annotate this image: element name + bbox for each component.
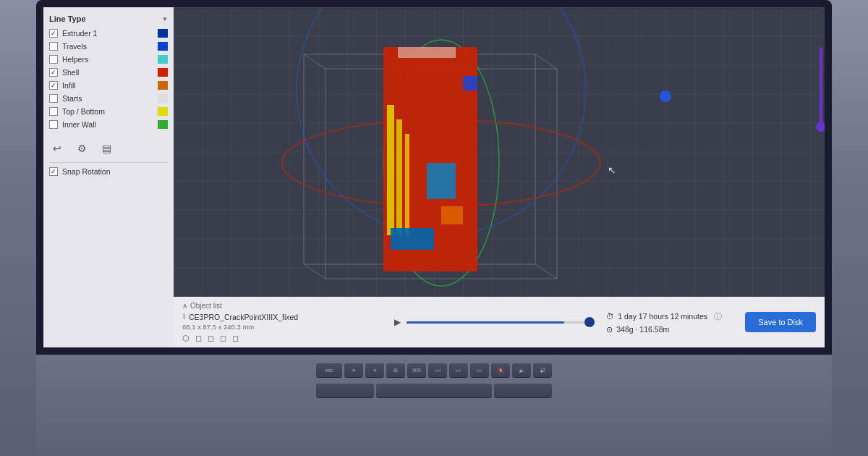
spacebar-right[interactable] (494, 384, 552, 398)
spacebar-main[interactable] (376, 384, 492, 398)
extruder1-color (158, 29, 168, 38)
bottom-bar: ∧ Object list ⌇ CE3PRO_CrackPointXIIIX_f… (174, 297, 825, 347)
info-icon: ⓘ (714, 311, 722, 322)
mute-key[interactable]: 🔇 (491, 363, 510, 378)
keyboard-area: esc ☀ ☀ ⊞ 000 ◃◃ ▹▹ ▹▹ 🔇 🔉 🔊 (36, 355, 832, 456)
topbottom-checkbox[interactable] (49, 107, 58, 116)
snap-rotation-label: Snap Rotation (62, 167, 111, 176)
list-item[interactable]: Travels (49, 42, 168, 51)
object-dims: 68.1 x 87.5 x 240.3 mm (182, 323, 380, 331)
play-button[interactable]: ▶ (394, 317, 401, 327)
extruder1-label: Extruder 1 (62, 29, 97, 38)
innerwall-label: Inner Wall (62, 120, 96, 129)
innerwall-checkbox[interactable] (49, 120, 58, 129)
viewport[interactable]: ↖ ∧ Object list ⌇ CE3 (174, 7, 825, 347)
undo-icon[interactable]: ↩ (49, 140, 65, 156)
clock-icon: ⏱ (606, 312, 614, 321)
timeline-area: ▶ (380, 317, 606, 327)
print-material: ⊙ 348g · 116.58m (606, 325, 736, 334)
svg-point-21 (816, 122, 825, 132)
infill-checkbox[interactable]: ✓ (49, 81, 58, 90)
travels-checkbox[interactable] (49, 42, 58, 51)
list-item[interactable]: Inner Wall (49, 120, 168, 129)
svg-rect-17 (398, 47, 456, 58)
object-list-label: Object list (190, 302, 222, 310)
svg-rect-15 (441, 206, 463, 224)
slider-fill (407, 321, 564, 324)
brightness-up-key[interactable]: ☀ (365, 363, 384, 378)
svg-line-5 (535, 264, 557, 279)
dropdown-arrow-icon: ▼ (162, 16, 168, 22)
svg-rect-10 (387, 105, 394, 235)
tool-icons-row: ↩ ⚙ ▤ (49, 140, 168, 156)
media-next[interactable]: ▹▹ (470, 363, 489, 378)
print-material-value: 348g · 116.58m (616, 325, 669, 334)
travels-color (158, 42, 168, 51)
print-time-value: 1 day 17 hours 12 minutes (618, 312, 707, 321)
keyboard-row-2 (36, 381, 832, 401)
print-info: ⏱ 1 day 17 hours 12 minutes ⓘ ⊙ 348g · 1… (606, 311, 736, 334)
left-panel: Line Type ▼ ✓ Extruder 1 Travels (43, 7, 174, 347)
starts-color (158, 94, 168, 103)
svg-rect-14 (391, 228, 434, 250)
svg-point-18 (660, 90, 671, 102)
starts-label: Starts (62, 94, 82, 103)
list-item[interactable]: ✓ Extruder 1 (49, 29, 168, 38)
list-item[interactable]: ✓ Shell (49, 68, 168, 77)
helpers-label: Helpers (62, 55, 88, 64)
helpers-checkbox[interactable] (49, 55, 58, 64)
svg-line-3 (535, 54, 557, 69)
mission-key[interactable]: ⊞ (386, 363, 405, 378)
list-item[interactable]: ✓ Infill (49, 81, 168, 90)
shell-checkbox[interactable]: ✓ (49, 68, 58, 77)
helpers-color (158, 55, 168, 64)
media-back[interactable]: ◃◃ (428, 363, 447, 378)
shell-label: Shell (62, 68, 79, 77)
svg-rect-12 (405, 134, 409, 235)
obj-icon-3: ◻ (208, 334, 214, 343)
vol-up-key[interactable]: 🔊 (533, 363, 552, 378)
save-to-disk-button[interactable]: Save to Disk (745, 312, 816, 332)
extruder1-checkbox[interactable]: ✓ (49, 29, 58, 38)
list-item[interactable]: Helpers (49, 55, 168, 64)
list-item[interactable]: Starts (49, 94, 168, 103)
object-name: ⌇ CE3PRO_CrackPointXIIIX_fixed (182, 313, 380, 321)
obj-icon-5: ◻ (232, 334, 239, 343)
list-item[interactable]: Top / Bottom (49, 107, 168, 116)
svg-line-4 (304, 264, 326, 279)
line-type-label: Line Type (49, 14, 86, 23)
media-ff[interactable]: ▹▹ (449, 363, 468, 378)
object-icons: ⬡ ◻ ◻ ◻ ◻ (182, 334, 380, 343)
object-list-header: ∧ Object list (182, 302, 380, 310)
person-icon[interactable]: ⚙ (74, 140, 90, 156)
esc-key[interactable]: esc (316, 363, 342, 378)
obj-icon-1: ⬡ (182, 334, 190, 343)
infill-color (158, 81, 168, 90)
layers-icon[interactable]: ▤ (98, 140, 114, 156)
brightness-key[interactable]: ☀ (344, 363, 363, 378)
weight-icon: ⊙ (606, 325, 613, 334)
svg-rect-16 (463, 76, 477, 90)
vol-down-key[interactable]: 🔉 (512, 363, 531, 378)
divider (49, 162, 168, 163)
svg-text:↖: ↖ (608, 164, 616, 176)
snap-rotation-row[interactable]: ✓ Snap Rotation (49, 167, 168, 176)
shell-color (158, 68, 168, 77)
print-time: ⏱ 1 day 17 hours 12 minutes ⓘ (606, 311, 736, 322)
laptop-outer: Line Type ▼ ✓ Extruder 1 Travels (0, 0, 868, 456)
svg-rect-13 (427, 163, 456, 199)
layer-slider[interactable] (407, 321, 592, 324)
screen: Line Type ▼ ✓ Extruder 1 Travels (43, 7, 825, 347)
starts-checkbox[interactable] (49, 94, 58, 103)
spacebar[interactable] (316, 384, 374, 398)
launchpad-key[interactable]: 000 (407, 363, 426, 378)
innerwall-color (158, 120, 168, 129)
travels-label: Travels (62, 42, 87, 51)
slider-thumb[interactable] (584, 317, 595, 327)
infill-label: Infill (62, 81, 76, 90)
snap-rotation-checkbox[interactable]: ✓ (49, 167, 58, 176)
topbottom-label: Top / Bottom (62, 107, 105, 116)
keyboard-row-1: esc ☀ ☀ ⊞ 000 ◃◃ ▹▹ ▹▹ 🔇 🔉 🔊 (36, 360, 832, 381)
object-list: ∧ Object list ⌇ CE3PRO_CrackPointXIIIX_f… (182, 302, 380, 343)
topbottom-color (158, 107, 168, 116)
